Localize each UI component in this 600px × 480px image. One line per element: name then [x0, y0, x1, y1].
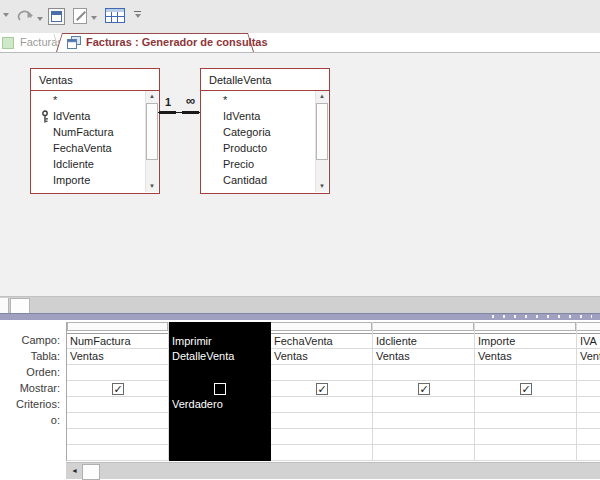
cell-extra1[interactable]: [271, 429, 372, 445]
cell-o[interactable]: [475, 413, 576, 429]
field-item[interactable]: Precio: [201, 156, 316, 172]
cell-mostrar[interactable]: [373, 381, 474, 397]
cell-o[interactable]: [373, 413, 474, 429]
tab-facturas-generador-de-consultas[interactable]: Facturas : Generador de consultas: [56, 33, 254, 52]
cell-extra1[interactable]: [475, 429, 576, 445]
toolbar-overflow-button[interactable]: [134, 11, 141, 18]
field-item[interactable]: *: [31, 92, 146, 108]
cell-criterios[interactable]: [577, 397, 600, 413]
cell-mostrar[interactable]: [577, 381, 600, 397]
field-item[interactable]: FechaVenta: [31, 140, 146, 156]
field-item[interactable]: IdVenta: [31, 108, 146, 124]
field-item[interactable]: Producto: [201, 140, 316, 156]
field-item[interactable]: Idcliente: [31, 156, 146, 172]
cell-orden[interactable]: [169, 365, 270, 381]
cell-criterios[interactable]: [475, 397, 576, 413]
cell-criterios[interactable]: Verdadero: [169, 397, 270, 413]
tab-facturas[interactable]: Facturas: [0, 33, 55, 52]
cell-extra1[interactable]: [67, 429, 168, 445]
mostrar-checkbox-unchecked[interactable]: [214, 383, 226, 395]
cell-orden[interactable]: [271, 365, 372, 381]
cell-extra2[interactable]: [67, 445, 168, 461]
scroll-up-icon[interactable]: ▲: [146, 91, 158, 102]
cell-tabla[interactable]: Ventas: [475, 349, 576, 365]
table-scrollbar[interactable]: ▲ ▼: [315, 91, 328, 192]
property-sheet-button[interactable]: [48, 8, 65, 25]
cell-tabla[interactable]: Ventas: [67, 349, 168, 365]
table-box-ventas[interactable]: Ventas *IdVentaNumFacturaFechaVentaIdcli…: [30, 68, 160, 194]
undo-dropdown-button[interactable]: [3, 13, 9, 17]
cell-tabla[interactable]: Ventas: [577, 349, 600, 365]
field-item[interactable]: Cantidad: [201, 172, 316, 188]
cell-text: Importe: [478, 334, 515, 349]
field-item[interactable]: NumFactura: [31, 124, 146, 140]
cell-extra2[interactable]: [169, 445, 270, 461]
cell-tabla[interactable]: DetalleVenta: [169, 349, 270, 365]
grid-row-label: o:: [0, 413, 63, 429]
cell-extra2[interactable]: [373, 445, 474, 461]
cell-campo[interactable]: Idcliente: [373, 333, 474, 349]
scrollbar-thumb[interactable]: [316, 103, 328, 160]
cell-mostrar[interactable]: [67, 381, 168, 397]
cell-mostrar[interactable]: [475, 381, 576, 397]
cell-campo[interactable]: IVA: [577, 333, 600, 349]
cell-criterios[interactable]: [373, 397, 474, 413]
cell-campo[interactable]: Importe: [475, 333, 576, 349]
column-selector[interactable]: [67, 322, 168, 331]
scroll-left-icon[interactable]: ◄: [68, 463, 81, 479]
qbe-column: ImprimirDetalleVentaVerdadero: [169, 322, 271, 461]
scroll-up-icon[interactable]: ▲: [316, 91, 328, 102]
cell-o[interactable]: [67, 413, 168, 429]
cell-campo[interactable]: Imprimir: [169, 333, 270, 349]
mostrar-checkbox-checked[interactable]: [418, 383, 430, 395]
cell-criterios[interactable]: [67, 397, 168, 413]
table-box-detalleventa[interactable]: DetalleVenta *IdVentaCategoriaProductoPr…: [200, 68, 330, 194]
cell-tabla[interactable]: Ventas: [373, 349, 474, 365]
grid-horizontal-scrollbar[interactable]: ◄: [66, 462, 600, 479]
field-item[interactable]: Importe: [31, 172, 146, 188]
scrollbar-thumb[interactable]: [146, 103, 158, 160]
cell-extra1[interactable]: [373, 429, 474, 445]
column-selector[interactable]: [577, 322, 600, 331]
edit-shape-button[interactable]: [73, 8, 97, 24]
chevron-down-icon: [91, 16, 97, 20]
cell-orden[interactable]: [373, 365, 474, 381]
cell-extra2[interactable]: [577, 445, 600, 461]
field-item[interactable]: *: [201, 92, 316, 108]
cell-o[interactable]: [577, 413, 600, 429]
column-selector[interactable]: [169, 322, 270, 331]
cell-orden[interactable]: [475, 365, 576, 381]
field-list: *IdVentaNumFacturaFechaVentaIdclienteImp…: [31, 92, 146, 192]
scrollbar-thumb[interactable]: [82, 464, 100, 480]
cell-orden[interactable]: [577, 365, 600, 381]
cell-mostrar[interactable]: [169, 381, 270, 397]
scroll-down-icon[interactable]: ▼: [316, 181, 328, 192]
scrollbar-button[interactable]: [0, 298, 9, 313]
cell-o[interactable]: [271, 413, 372, 429]
splitter-handle-icon[interactable]: [492, 315, 592, 318]
datasheet-view-button[interactable]: [105, 8, 125, 23]
cell-orden[interactable]: [67, 365, 168, 381]
mostrar-checkbox-checked[interactable]: [112, 383, 124, 395]
cell-campo[interactable]: FechaVenta: [271, 333, 372, 349]
column-selector[interactable]: [475, 322, 576, 331]
cell-tabla[interactable]: Ventas: [271, 349, 372, 365]
column-selector[interactable]: [373, 322, 474, 331]
column-selector[interactable]: [271, 322, 372, 331]
field-item[interactable]: IdVenta: [201, 108, 316, 124]
redo-button[interactable]: [17, 8, 43, 25]
cell-extra2[interactable]: [271, 445, 372, 461]
surface-horizontal-scrollbar[interactable]: [0, 296, 600, 314]
mostrar-checkbox-checked[interactable]: [316, 383, 328, 395]
scroll-down-icon[interactable]: ▼: [146, 181, 158, 192]
cell-mostrar[interactable]: [271, 381, 372, 397]
table-scrollbar[interactable]: ▲ ▼: [145, 91, 158, 192]
cell-extra1[interactable]: [577, 429, 600, 445]
cell-o[interactable]: [169, 413, 270, 429]
cell-extra2[interactable]: [475, 445, 576, 461]
cell-extra1[interactable]: [169, 429, 270, 445]
cell-criterios[interactable]: [271, 397, 372, 413]
field-item[interactable]: Categoria: [201, 124, 316, 140]
mostrar-checkbox-checked[interactable]: [520, 383, 532, 395]
cell-campo[interactable]: NumFactura: [67, 333, 168, 349]
